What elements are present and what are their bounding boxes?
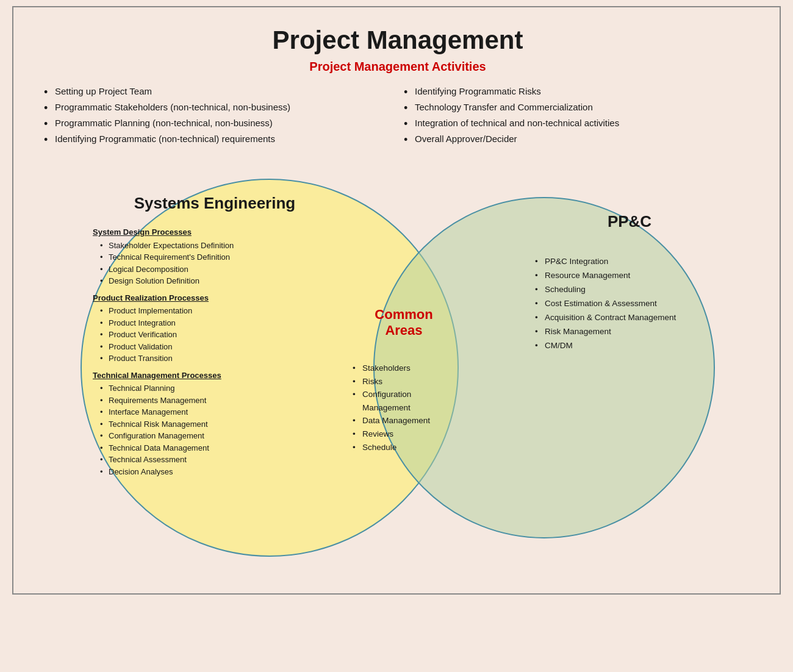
activity-item: Identifying Programmatic Risks (404, 85, 752, 98)
list-item: Stakeholder Expectations Definition (100, 240, 325, 252)
activity-item: Overall Approver/Decider (404, 132, 752, 145)
activity-item: Setting up Project Team (44, 85, 392, 98)
common-content: Stakeholders Risks Configuration Managem… (353, 362, 444, 454)
activity-item: Identifying Programmatic (non-technical)… (44, 132, 392, 145)
list-item: Product Implementation (100, 305, 325, 317)
list-item: Product Transition (100, 352, 325, 365)
list-item: Acquisition & Contract Management (535, 311, 706, 325)
se-process-list-3: Technical Planning Requirements Manageme… (93, 382, 325, 477)
activities-right-list: Identifying Programmatic Risks Technolog… (404, 85, 752, 145)
list-item: CM/DM (535, 339, 706, 353)
list-item: Decision Analyses (100, 466, 325, 478)
list-item: Configuration Management (353, 388, 444, 414)
se-process-title-3: Technical Management Processes (93, 370, 325, 382)
common-list: Stakeholders Risks Configuration Managem… (353, 362, 444, 454)
list-item: Data Management (353, 414, 444, 427)
list-item: Configuration Management (100, 430, 325, 442)
list-item: Product Validation (100, 341, 325, 353)
activity-item: Programmatic Stakeholders (non-technical… (44, 101, 392, 113)
se-process-list-2: Product Implementation Product Integrati… (93, 305, 325, 365)
activity-item: Programmatic Planning (non-technical, no… (44, 116, 392, 129)
activity-item: Technology Transfer and Commercializatio… (404, 101, 752, 113)
se-content: System Design Processes Stakeholder Expe… (93, 221, 325, 477)
se-process-title-1: System Design Processes (93, 226, 325, 238)
se-process-list-1: Stakeholder Expectations Definition Tech… (93, 240, 325, 287)
page-title: Project Management (26, 26, 770, 55)
activities-section: Setting up Project Team Programmatic Sta… (26, 85, 770, 148)
list-item: Logical Decomposition (100, 263, 325, 276)
page-subtitle: Project Management Activities (26, 60, 770, 74)
ppc-content: PP&C Integration Resource Management Sch… (535, 255, 706, 353)
list-item: Risks (353, 375, 444, 388)
list-item: Interface Management (100, 406, 325, 418)
list-item: Resource Management (535, 269, 706, 283)
list-item: Schedule (353, 441, 444, 454)
se-label: Systems Engineering (99, 194, 331, 213)
activities-right-col: Identifying Programmatic Risks Technolog… (404, 85, 752, 148)
ppc-label: PP&C (562, 212, 697, 231)
list-item: Product Verification (100, 329, 325, 341)
list-item: Stakeholders (353, 362, 444, 375)
list-item: Technical Risk Management (100, 418, 325, 431)
list-item: Product Integration (100, 317, 325, 329)
list-item: PP&C Integration (535, 255, 706, 269)
activities-left-col: Setting up Project Team Programmatic Sta… (44, 85, 392, 148)
se-process-title-2: Product Realization Processes (93, 292, 325, 304)
activities-left-list: Setting up Project Team Programmatic Sta… (44, 85, 392, 145)
list-item: Scheduling (535, 283, 706, 297)
list-item: Requirements Management (100, 395, 325, 407)
list-item: Technical Data Management (100, 442, 325, 454)
list-item: Cost Estimation & Assessment (535, 297, 706, 311)
list-item: Reviews (353, 427, 444, 441)
venn-diagram: Systems Engineering PP&C CommonAreas Sys… (62, 160, 733, 575)
list-item: Design Solution Definition (100, 275, 325, 287)
ppc-list: PP&C Integration Resource Management Sch… (535, 255, 706, 353)
list-item: Technical Planning (100, 382, 325, 395)
list-item: Technical Assessment (100, 454, 325, 466)
list-item: Technical Requirement's Definition (100, 251, 325, 263)
activity-item: Integration of technical and non-technic… (404, 116, 752, 129)
common-areas-label: CommonAreas (361, 307, 447, 339)
list-item: Risk Management (535, 325, 706, 339)
